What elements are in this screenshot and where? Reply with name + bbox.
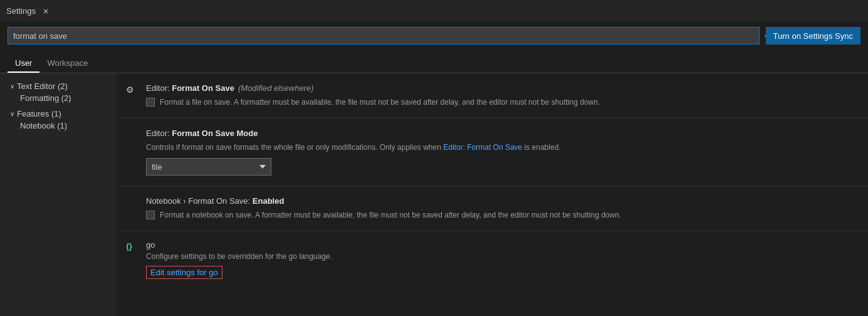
sidebar-sub-item-label: Formatting (2)	[20, 93, 71, 103]
setting-notebook-format-on-save: Notebook › Format On Save: Enabled Forma…	[116, 186, 868, 231]
desc-suffix: is enabled.	[522, 143, 560, 152]
go-language-section: {} go Configure settings to be overridde…	[116, 231, 868, 288]
content-area: ⚙ Editor: Format On Save(Modified elsewh…	[116, 73, 868, 316]
format-on-save-checkbox[interactable]	[146, 98, 155, 107]
title-prefix: Editor:	[146, 83, 172, 93]
modified-text: (Modified elsewhere)	[238, 83, 314, 93]
titlebar: Settings ×	[0, 0, 868, 22]
setting-title: Editor: Format On Save Mode	[146, 129, 853, 138]
sidebar-item-label: Features (1)	[17, 109, 61, 118]
go-title-text: go	[146, 240, 155, 250]
search-row: 4 Settings Found ≡ ⊘ Turn on Settings Sy…	[0, 22, 868, 50]
checkbox-row: Format a notebook on save. A formatter m…	[146, 209, 853, 221]
setting-title: Editor: Format On Save(Modified elsewher…	[146, 83, 853, 93]
go-section-title: go	[146, 240, 853, 250]
title-prefix: Editor:	[146, 129, 172, 138]
sidebar-sub-item-notebook[interactable]: Notebook (1)	[0, 120, 116, 132]
format-on-save-link[interactable]: Editor: Format On Save	[443, 143, 522, 152]
sync-button[interactable]: Turn on Settings Sync	[766, 27, 860, 45]
chevron-down-icon: ∨	[10, 83, 14, 90]
main-layout: ∨ Text Editor (2) Formatting (2) ∨ Featu…	[0, 73, 868, 316]
checkbox-row: Format a file on save. A formatter must …	[146, 97, 853, 108]
go-description: Configure settings to be overridden for …	[146, 252, 853, 261]
sidebar-section-text-editor: ∨ Text Editor (2) Formatting (2)	[0, 78, 116, 106]
title-bold: Format On Save	[172, 83, 234, 93]
close-button[interactable]: ×	[41, 6, 51, 16]
sidebar-item-text-editor[interactable]: ∨ Text Editor (2)	[0, 80, 116, 92]
sidebar-item-label: Text Editor (2)	[17, 82, 68, 91]
setting-editor-format-on-save-mode: Editor: Format On Save Mode Controls if …	[116, 118, 868, 186]
setting-description: Format a file on save. A formatter must …	[160, 97, 600, 108]
sidebar: ∨ Text Editor (2) Formatting (2) ∨ Featu…	[0, 73, 116, 316]
select-row: file modifications modificationsIfAvaila…	[146, 158, 853, 176]
title-bold: Enabled	[253, 196, 285, 206]
chevron-down-icon: ∨	[10, 110, 14, 117]
setting-description: Format a notebook on save. A formatter m…	[160, 209, 621, 221]
title-full: Notebook › Format On Save:	[146, 196, 253, 206]
desc-prefix: Controls if format on save formats the w…	[146, 143, 443, 152]
gear-icon[interactable]: ⚙	[126, 85, 134, 95]
sidebar-item-features[interactable]: ∨ Features (1)	[0, 108, 116, 120]
go-language-icon: {}	[126, 241, 132, 251]
tab-workspace[interactable]: Workspace	[39, 55, 95, 73]
setting-description: Controls if format on save formats the w…	[146, 142, 853, 153]
format-on-save-mode-select[interactable]: file modifications modificationsIfAvaila…	[146, 158, 271, 176]
tabs-row: User Workspace	[0, 50, 868, 73]
search-input[interactable]	[8, 27, 760, 45]
sidebar-sub-item-formatting[interactable]: Formatting (2)	[0, 92, 116, 104]
sidebar-section-features: ∨ Features (1) Notebook (1)	[0, 106, 116, 134]
setting-editor-format-on-save: ⚙ Editor: Format On Save(Modified elsewh…	[116, 73, 868, 118]
tab-user[interactable]: User	[8, 55, 39, 73]
sidebar-sub-item-label: Notebook (1)	[20, 121, 67, 130]
setting-title: Notebook › Format On Save: Enabled	[146, 196, 853, 206]
edit-settings-for-go-link[interactable]: Edit settings for go	[146, 266, 222, 279]
notebook-format-checkbox[interactable]	[146, 211, 155, 219]
titlebar-title: Settings	[6, 6, 36, 16]
title-bold: Format On Save Mode	[172, 129, 258, 138]
